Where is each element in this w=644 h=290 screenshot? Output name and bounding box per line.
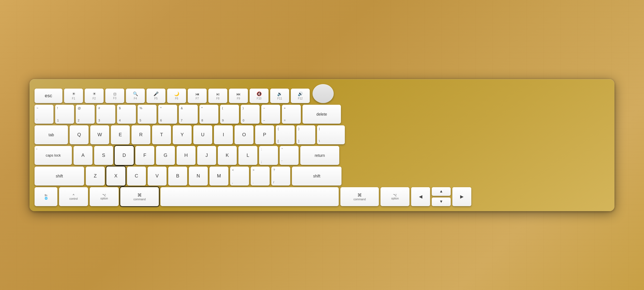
key-tab[interactable]: tab (35, 125, 68, 144)
key-arrow-right[interactable]: ▶ (452, 187, 471, 206)
keyboard: esc ☀ F1 ☀ F2 ⊡ F3 🔍 F4 🎤 F5 (30, 79, 614, 211)
qwerty-row: tab Q W E R T Y U I O P { [ } ] | \ (35, 125, 609, 144)
key-comma[interactable]: < , (230, 167, 249, 186)
key-q[interactable]: Q (70, 125, 89, 144)
key-s[interactable]: S (94, 146, 113, 165)
key-9[interactable]: ( 9 (220, 105, 239, 124)
key-arrow-left[interactable]: ◀ (411, 187, 430, 206)
function-row: esc ☀ F1 ☀ F2 ⊡ F3 🔍 F4 🎤 F5 (35, 84, 609, 103)
key-f6[interactable]: 🌙 F6 (167, 89, 186, 103)
key-tilde[interactable]: ~ ` (35, 105, 53, 124)
key-d[interactable]: D (115, 146, 134, 165)
key-f[interactable]: F _ (135, 146, 154, 165)
arrow-cluster: ◀ ▲ ▼ ▶ (411, 187, 471, 206)
key-f5[interactable]: 🎤 F5 (147, 89, 165, 103)
key-0[interactable]: ) 0 (241, 105, 260, 124)
key-f4[interactable]: 🔍 F4 (126, 89, 145, 103)
key-quote[interactable]: " ' (280, 146, 299, 165)
key-backslash[interactable]: | \ (317, 125, 345, 144)
key-f10[interactable]: 🔇 F10 (250, 89, 269, 103)
key-return[interactable]: return (300, 146, 339, 165)
key-arrow-up[interactable]: ▲ (432, 187, 451, 196)
key-m[interactable]: M (209, 167, 228, 186)
key-p[interactable]: P (255, 125, 274, 144)
key-w[interactable]: W (90, 125, 109, 144)
zxcv-row: shift Z X C V B N M < , > . ? / shift (35, 167, 609, 186)
key-r[interactable]: R (131, 125, 150, 144)
key-slash[interactable]: ? / (271, 167, 290, 186)
key-y[interactable]: Y (173, 125, 192, 144)
key-control[interactable]: ^ control (59, 187, 88, 206)
key-f8[interactable]: ⏯ F8 (208, 89, 227, 103)
key-f2[interactable]: ☀ F2 (85, 89, 104, 103)
number-row: ~ ` ! 1 @ 2 # 3 $ 4 % 5 (35, 105, 609, 124)
key-shift-left[interactable]: shift (35, 167, 84, 186)
key-f1[interactable]: ☀ F1 (64, 89, 83, 103)
key-5[interactable]: % 5 (138, 105, 157, 124)
key-v[interactable]: V (148, 167, 167, 186)
key-i[interactable]: I (214, 125, 233, 144)
key-c[interactable]: C (127, 167, 146, 186)
key-z[interactable]: Z (86, 167, 105, 186)
key-1[interactable]: ! 1 (55, 105, 74, 124)
key-n[interactable]: N (189, 167, 208, 186)
key-command-right[interactable]: ⌘ command (340, 187, 379, 206)
key-fn[interactable]: fn 🌐 (35, 187, 57, 206)
key-l[interactable]: L (238, 146, 257, 165)
key-k[interactable]: K (218, 146, 237, 165)
key-h[interactable]: H (177, 146, 196, 165)
key-option-left[interactable]: ⌥ option (90, 187, 119, 206)
key-open-bracket[interactable]: { [ (276, 125, 295, 144)
key-f9[interactable]: ⏭ F9 (229, 89, 248, 103)
key-4[interactable]: $ 4 (117, 105, 136, 124)
key-command-left[interactable]: ⌘ command (120, 187, 159, 206)
key-period[interactable]: > . (251, 167, 270, 186)
key-option-right[interactable]: ⌥ option (380, 187, 409, 206)
key-u[interactable]: U (193, 125, 212, 144)
key-b[interactable]: B (168, 167, 187, 186)
bottom-row: fn 🌐 ^ control ⌥ option ⌘ command ⌘ comm… (35, 187, 609, 206)
key-2[interactable]: @ 2 (76, 105, 95, 124)
key-e[interactable]: E (111, 125, 130, 144)
key-f12[interactable]: 🔊 F12 (291, 89, 310, 103)
key-f7[interactable]: ⏮ F7 (188, 89, 207, 103)
key-t[interactable]: T (152, 125, 171, 144)
key-caps-lock[interactable]: • caps lock (35, 146, 72, 165)
key-j[interactable]: J (197, 146, 216, 165)
key-6[interactable]: ^ 6 (158, 105, 177, 124)
key-delete[interactable]: delete (303, 105, 341, 124)
key-minus[interactable]: − − (261, 105, 280, 124)
key-space[interactable] (160, 187, 339, 206)
key-7[interactable]: & 7 (179, 105, 198, 124)
asdf-row: • caps lock A S D F _ G H J K L : ; " ' (35, 146, 609, 165)
key-g[interactable]: G (156, 146, 175, 165)
key-f3[interactable]: ⊡ F3 (105, 89, 124, 103)
key-x[interactable]: X (106, 167, 125, 186)
key-equals[interactable]: + = (282, 105, 301, 124)
key-o[interactable]: O (235, 125, 253, 144)
key-f11[interactable]: 🔉 F11 (270, 89, 289, 103)
key-a[interactable]: A (74, 146, 92, 165)
key-shift-right[interactable]: shift (292, 167, 341, 186)
key-3[interactable]: # 3 (96, 105, 115, 124)
key-arrow-down[interactable]: ▼ (432, 198, 451, 206)
keyboard-wrapper: esc ☀ F1 ☀ F2 ⊡ F3 🔍 F4 🎤 F5 (30, 79, 614, 211)
key-touch-id[interactable] (313, 84, 334, 103)
key-8[interactable]: * 8 (199, 105, 218, 124)
key-esc[interactable]: esc (35, 89, 62, 103)
key-semicolon[interactable]: : ; (259, 146, 278, 165)
key-close-bracket[interactable]: } ] (296, 125, 315, 144)
